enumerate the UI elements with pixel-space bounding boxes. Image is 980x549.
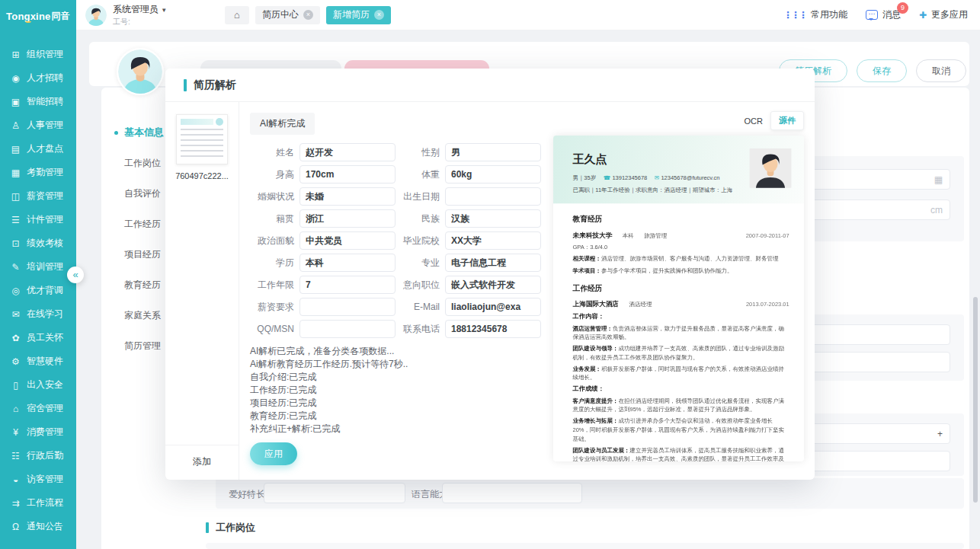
sidebar-item[interactable]: ◫ 薪资管理 [0,184,76,208]
caret-down-icon: ▼ [161,7,167,14]
user-menu[interactable]: 系统管理员 ▼ 工号: [76,3,225,27]
background-check-icon: ◎ [10,286,21,296]
visitor-icon: ◒ [10,474,21,485]
sidebar-item-label: 绩效考核 [27,237,63,250]
form-field: QQ/MSN [250,320,396,338]
sidebar-item[interactable]: ◎ 优才背调 [0,279,76,302]
field-input[interactable] [299,298,396,316]
apply-button[interactable]: 应用 [250,442,297,465]
field-input[interactable] [445,143,541,161]
hobby-input[interactable] [264,483,405,503]
field-input[interactable] [299,143,396,161]
sidebar-item[interactable]: ¥ 消费管理 [0,420,76,444]
sidebar-item-label: 薪资管理 [27,190,63,203]
cancel-button[interactable]: 取消 [916,59,966,82]
sidebar-item[interactable]: ⊡ 绩效考核 [0,231,76,255]
sidebar-item[interactable]: Ω 通知公告 [0,515,76,538]
field-input[interactable] [445,320,541,338]
add-file-button[interactable]: 添加 [165,445,239,480]
field-input[interactable] [299,254,396,272]
sidebar-item[interactable]: ✿ 员工关怀 [0,326,76,350]
tab-resume-center[interactable]: 简历中心 × [255,6,320,24]
candidate-avatar [117,48,164,95]
notice-icon: Ω [10,522,21,532]
sidebar-item[interactable]: ☰ 计件管理 [0,208,76,231]
source-tab[interactable]: 源件 [770,111,804,130]
ocr-tab[interactable]: OCR [737,113,770,129]
sidebar-item-label: 消费管理 [27,426,63,439]
field-input[interactable] [445,187,541,206]
save-button[interactable]: 保存 [857,59,907,82]
workflow-icon: ⇉ [10,498,21,509]
page-scrollbar[interactable] [973,297,978,503]
form-field: E-Mail [396,298,541,316]
field-input[interactable] [445,298,541,316]
close-icon[interactable]: × [303,10,313,20]
quick-functions-button[interactable]: ⋮⋮⋮ 常用功能 [783,8,847,21]
form-field: 身高 [250,165,396,184]
sidebar-item[interactable]: ✎ 培训管理 [0,255,76,279]
parse-log-line: 自我介绍:已完成 [250,371,541,384]
form-row: 籍贯 民族 [250,209,541,228]
sidebar-collapse-button[interactable]: « [67,267,84,283]
dormitory-icon: ⌂ [10,404,21,414]
sidebar-item[interactable]: ♙ 人事管理 [0,113,76,137]
thumbnail-text-lines [181,129,223,160]
sidebar-item-label: 培训管理 [27,260,63,273]
field-input[interactable] [445,254,541,272]
parse-status-chip: AI解析完成 [250,113,315,135]
field-label: E-Mail [396,302,440,312]
sidebar-item[interactable]: ▤ 人才盘点 [0,137,76,161]
smart-hardware-icon: ⚙ [10,356,21,367]
sidebar-item[interactable]: ▣ 智能招聘 [0,90,76,113]
field-label: 意向职位 [396,279,440,292]
parse-log-line: 项目经历:已完成 [250,397,541,410]
field-input[interactable] [299,320,396,338]
resume-text-line: 相关课程：酒店管理、旅游市场营销、客户服务与沟通、人力资源管理、财务管理 [573,254,789,263]
tab-label: 新增简历 [333,8,370,21]
field-input[interactable] [299,276,396,294]
field-label: 专业 [396,257,440,270]
sidebar-item-label: 智慧硬件 [27,355,63,368]
sidebar-item[interactable]: ⇉ 工作流程 [0,491,76,515]
form-field: 政治面貌 [250,231,396,250]
sidebar-item[interactable]: ▦ 考勤管理 [0,161,76,184]
resume-section-title: 工作经历 [573,283,789,295]
sidebar-item[interactable]: ☷ 行政后勤 [0,444,76,468]
home-tab[interactable]: ⌂ [225,6,249,24]
field-input[interactable] [299,165,396,184]
sidebar-item-label: 考勤管理 [27,166,63,179]
field-input[interactable] [445,276,541,294]
resume-summary: 已离职｜11年工作经验｜求职意向：酒店经理｜期望城市：上海 [573,187,741,195]
language-input[interactable] [442,483,582,503]
field-input[interactable] [299,231,396,250]
hobby-label: 爱好特长 [229,488,265,501]
field-input[interactable] [299,209,396,228]
sidebar-item-label: 人才盘点 [27,142,63,155]
close-icon[interactable]: × [374,10,384,20]
field-input[interactable] [445,209,541,228]
sidebar-item-label: 人事管理 [27,119,63,132]
sidebar-item[interactable]: ✉ 在线学习 [0,302,76,326]
form-field: 毕业院校 [396,231,541,250]
smart-recruit-icon: ▣ [10,97,21,107]
access-security-icon: ▯ [10,380,21,391]
sidebar-item[interactable]: ⚙ 智慧硬件 [0,350,76,373]
tab-new-resume[interactable]: 新增简历 × [326,6,391,24]
sidebar-item[interactable]: ◒ 访客管理 [0,468,76,491]
tab-bar: ⌂ 简历中心 × 新增简历 × [225,6,391,24]
sidebar-item[interactable]: ⊞ 组织管理 [0,43,76,66]
thumbnail-header [181,119,213,125]
messages-button[interactable]: ⋯ 消息 9 [866,8,901,21]
field-input[interactable] [445,165,541,184]
sidebar-item[interactable]: ▯ 出入安全 [0,373,76,397]
field-input[interactable] [299,187,396,206]
more-apps-button[interactable]: ✚ 更多应用 [919,8,968,21]
phone-icon: ☎ [604,174,610,180]
sidebar-item[interactable]: ◉ 人才招聘 [0,66,76,90]
field-input[interactable] [445,231,541,250]
sidebar-item[interactable]: ⌂ 宿舍管理 [0,397,76,420]
resume-thumbnail[interactable] [176,114,228,164]
form-field: 出生日期 [396,187,541,206]
field-label: 出生日期 [396,190,440,203]
